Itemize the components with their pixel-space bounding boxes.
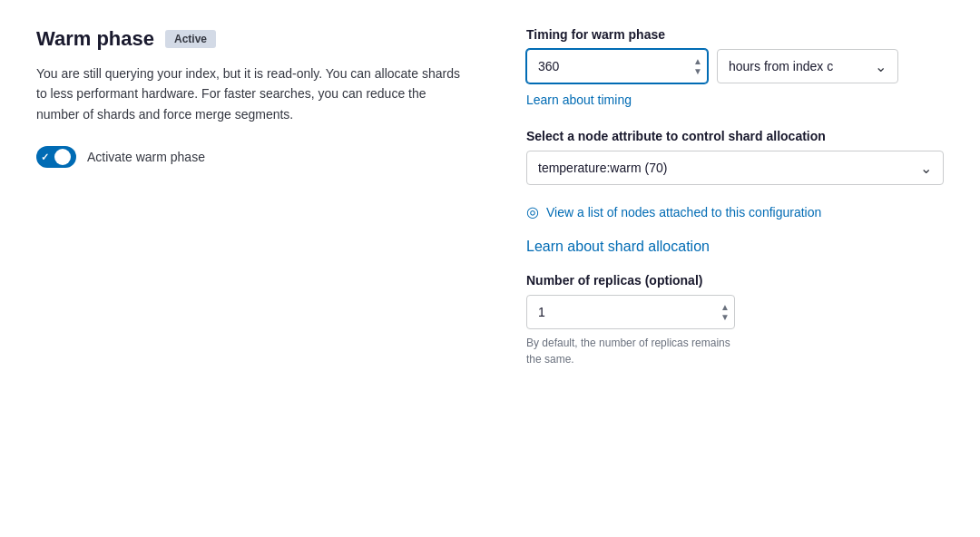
replicas-input-wrapper: ▲ ▼ bbox=[526, 295, 735, 329]
active-badge: Active bbox=[165, 30, 216, 48]
replicas-label: Number of replicas (optional) bbox=[526, 273, 944, 288]
toggle-slider: ✓ bbox=[36, 146, 76, 168]
timing-spinner: ▲ ▼ bbox=[693, 57, 702, 76]
replicas-spinner-down[interactable]: ▼ bbox=[720, 313, 730, 322]
timing-spinner-up[interactable]: ▲ bbox=[693, 57, 702, 66]
timing-unit-label: hours from index c bbox=[729, 59, 833, 73]
node-dropdown-chevron-icon: ⌄ bbox=[920, 160, 932, 177]
toggle-label: Activate warm phase bbox=[87, 150, 205, 164]
timing-input[interactable] bbox=[526, 49, 708, 83]
node-section-label: Select a node attribute to control shard… bbox=[526, 129, 944, 143]
replicas-hint: By default, the number of replicas remai… bbox=[526, 335, 735, 367]
replicas-section: Number of replicas (optional) ▲ ▼ By def… bbox=[526, 273, 944, 367]
replicas-spinner-up[interactable]: ▲ bbox=[720, 303, 730, 312]
timing-row: ▲ ▼ hours from index c ⌄ bbox=[526, 49, 944, 83]
left-panel: Warm phase Active You are still querying… bbox=[36, 27, 472, 168]
phase-header: Warm phase Active bbox=[36, 27, 472, 51]
learn-timing-link[interactable]: Learn about timing bbox=[526, 93, 632, 107]
view-nodes-row: ◎ View a list of nodes attached to this … bbox=[526, 203, 944, 220]
timing-unit-dropdown[interactable]: hours from index c ⌄ bbox=[717, 49, 898, 83]
view-nodes-link[interactable]: View a list of nodes attached to this co… bbox=[546, 205, 821, 220]
timing-input-wrapper: ▲ ▼ bbox=[526, 49, 708, 83]
toggle-check-icon: ✓ bbox=[41, 151, 49, 163]
node-dropdown[interactable]: temperature:warm (70) ⌄ bbox=[526, 151, 944, 185]
replicas-spinner: ▲ ▼ bbox=[720, 303, 730, 322]
timing-spinner-down[interactable]: ▼ bbox=[693, 67, 702, 76]
learn-shard-link[interactable]: Learn about shard allocation bbox=[526, 239, 710, 254]
timing-section-label: Timing for warm phase bbox=[526, 27, 944, 42]
node-selected-value: temperature:warm (70) bbox=[538, 161, 667, 175]
phase-title: Warm phase bbox=[36, 27, 154, 51]
phase-description: You are still querying your index, but i… bbox=[36, 63, 472, 124]
replicas-input[interactable] bbox=[526, 295, 735, 329]
toggle-row: ✓ Activate warm phase bbox=[36, 146, 472, 168]
activate-toggle[interactable]: ✓ bbox=[36, 146, 76, 168]
right-panel: Timing for warm phase ▲ ▼ hours from ind… bbox=[526, 27, 944, 367]
timing-unit-chevron-icon: ⌄ bbox=[875, 58, 887, 75]
eye-icon: ◎ bbox=[526, 203, 539, 220]
